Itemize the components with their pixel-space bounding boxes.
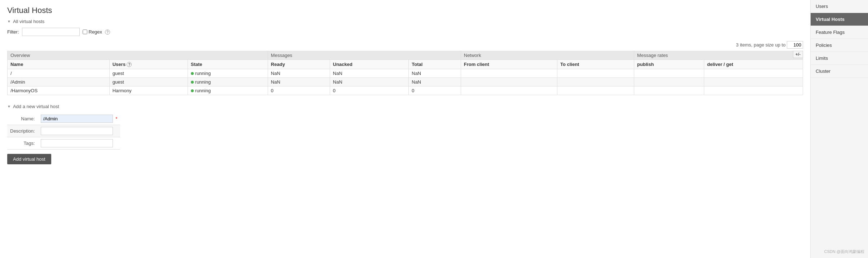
page-title: Virtual Hosts <box>7 6 803 15</box>
description-input[interactable] <box>41 127 113 135</box>
table-row: /HarmonyOSHarmonyrunning000 <box>8 86 803 95</box>
table-row: /AdminguestrunningNaNNaNNaN <box>8 78 803 86</box>
col-ready: Ready <box>268 60 330 69</box>
col-name: Name <box>8 60 110 69</box>
messages-group: Messages <box>268 51 461 60</box>
col-header-row: Name Users ? State Ready Unacked Total F… <box>8 60 803 69</box>
name-input-cell: * <box>38 113 120 125</box>
overview-group: Overview <box>8 51 268 60</box>
required-star: * <box>115 116 117 121</box>
name-label: Name: <box>7 113 38 125</box>
add-virtual-host-button[interactable]: Add virtual host <box>7 154 51 164</box>
col-to-client: To client <box>557 60 634 69</box>
description-row: Description: <box>7 125 120 137</box>
name-row: Name: * <box>7 113 120 125</box>
tags-label: Tags: <box>7 137 38 150</box>
sidebar-item-limits[interactable]: Limits <box>811 52 868 65</box>
sidebar-item-policies[interactable]: Policies <box>811 39 868 52</box>
collapse-arrow[interactable]: ▼ <box>7 19 11 23</box>
sidebar-item-cluster[interactable]: Cluster <box>811 65 868 78</box>
regex-label-text: Regex <box>89 29 102 35</box>
col-unacked: Unacked <box>330 60 408 69</box>
add-section-arrow[interactable]: ▼ <box>7 104 11 108</box>
tags-input[interactable] <box>41 139 113 147</box>
sidebar-item-users[interactable]: Users <box>811 0 868 13</box>
network-group: Network <box>461 51 634 60</box>
sidebar-item-feature-flags[interactable]: Feature Flags <box>811 26 868 39</box>
page-size-input[interactable] <box>787 41 803 49</box>
vhosts-table: Overview Messages Network Message rates … <box>7 51 803 95</box>
col-deliver-get: deliver / get <box>704 60 803 69</box>
filter-input[interactable] <box>22 28 80 36</box>
message-rates-group: Message rates <box>634 51 803 60</box>
status-dot <box>191 89 194 92</box>
col-total: Total <box>409 60 461 69</box>
all-vhosts-section-header: All virtual hosts <box>13 19 44 24</box>
sidebar: UsersVirtual HostsFeature FlagsPoliciesL… <box>810 0 868 258</box>
footer-credit: CSDN @面向鸿蒙编程 <box>824 249 864 254</box>
pagination-info: 3 items, page size up to <box>7 41 803 49</box>
regex-checkbox-label[interactable]: Regex <box>83 29 102 35</box>
add-vhost-form: Name: * Description: Tags: <box>7 113 120 150</box>
sidebar-item-virtual-hosts[interactable]: Virtual Hosts <box>811 13 868 26</box>
group-header-row: Overview Messages Network Message rates <box>8 51 803 60</box>
status-dot <box>191 81 194 84</box>
name-input[interactable] <box>41 115 113 123</box>
status-dot <box>191 72 194 75</box>
tags-input-cell <box>38 137 120 150</box>
col-state: State <box>188 60 268 69</box>
add-section-header: Add a new virtual host <box>13 104 59 109</box>
description-input-cell <box>38 125 120 137</box>
help-icon[interactable]: ? <box>105 30 110 35</box>
regex-checkbox[interactable] <box>83 30 87 34</box>
filter-label: Filter: <box>7 29 19 35</box>
col-users: Users ? <box>109 60 188 69</box>
table-row: /guestrunningNaNNaNNaN <box>8 69 803 78</box>
users-help-icon[interactable]: ? <box>127 62 132 67</box>
col-publish: publish <box>634 60 704 69</box>
tags-row: Tags: <box>7 137 120 150</box>
col-from-client: From client <box>461 60 557 69</box>
plus-minus-button[interactable]: +/- <box>793 51 803 58</box>
description-label: Description: <box>7 125 38 137</box>
